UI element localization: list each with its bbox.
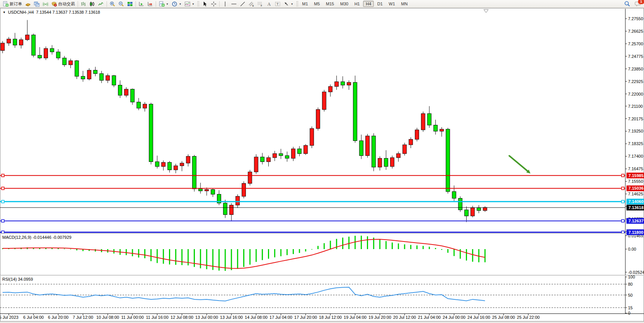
timeframe-H4-button[interactable]: H4 [363, 1, 374, 7]
candlestick-chart-button[interactable] [88, 0, 97, 8]
bear-candle [100, 74, 104, 80]
line-handle[interactable] [2, 200, 4, 203]
fibonacci-button[interactable]: F [256, 0, 265, 8]
search-button[interactable] [623, 0, 632, 8]
svg-text:10 Jul 08:00: 10 Jul 08:00 [96, 315, 119, 320]
svg-text:7.27550: 7.27550 [628, 16, 643, 21]
signal-button[interactable] [41, 0, 50, 8]
line-handle[interactable] [622, 174, 624, 177]
svg-text:7.17400: 7.17400 [628, 154, 643, 158]
chat-badge: 1 [638, 0, 644, 5]
auto-scroll-button[interactable] [137, 0, 146, 8]
toolbar-separator [219, 1, 220, 7]
cursor-icon [202, 1, 208, 7]
tile-windows-button[interactable] [126, 0, 134, 8]
bear-candle [112, 76, 116, 85]
horizontal-line-button[interactable] [230, 0, 238, 8]
svg-text:7 Jul 12:00: 7 Jul 12:00 [73, 315, 93, 320]
tile-windows-icon [127, 1, 133, 7]
chevron-down-icon: ▼ [192, 3, 194, 5]
time-axis-labels: 5 Jul 20236 Jul 04:006 Jul 20:007 Jul 12… [0, 314, 540, 320]
cursor-button[interactable] [201, 0, 209, 8]
bull-candle [44, 48, 48, 58]
svg-text:18 Jul 12:00: 18 Jul 12:00 [319, 315, 342, 320]
chart-shift-button[interactable] [146, 0, 155, 8]
bull-candle [7, 39, 11, 43]
line-chart-icon [98, 1, 104, 7]
bear-candle [279, 154, 283, 155]
line-chart-button[interactable] [97, 0, 105, 8]
toolbar-grip[interactable] [296, 1, 298, 6]
svg-text:E: E [252, 5, 254, 7]
bear-candle [446, 129, 450, 192]
chat-button[interactable]: 1 [633, 0, 643, 8]
charts-window-button[interactable] [32, 0, 41, 8]
svg-text:7.11800: 7.11800 [628, 230, 643, 235]
profiles-button[interactable]: ▼ [170, 0, 183, 8]
line-handle[interactable] [2, 219, 4, 222]
vertical-line-button[interactable] [221, 0, 230, 8]
line-handle[interactable] [622, 219, 624, 222]
timeframe-W1-button[interactable]: W1 [386, 1, 398, 7]
bull-candle [310, 128, 314, 146]
timeframe-M5-button[interactable]: M5 [311, 1, 322, 7]
svg-text:25 Jul 08:00: 25 Jul 08:00 [492, 315, 515, 320]
bull-candle [403, 145, 406, 154]
bull-candle [322, 92, 326, 109]
timeframe-M15-button[interactable]: M15 [323, 1, 336, 7]
gold-box-button[interactable] [24, 0, 32, 8]
zoom-out-button[interactable] [117, 0, 126, 8]
bear-candle [199, 189, 202, 191]
bull-candle [366, 136, 370, 156]
text-label-button[interactable]: T [273, 0, 282, 8]
timeframe-MN-button[interactable]: MN [399, 1, 410, 7]
arrows-button[interactable]: ▼ [282, 0, 295, 8]
toolbar-grip[interactable] [198, 1, 199, 6]
chart-ohlc-quotes: 7.13544 7.13637 7.13538 7.13618 [36, 10, 100, 14]
zoom-in-button[interactable] [108, 0, 117, 8]
chart-shift-marker[interactable] [484, 10, 488, 13]
timeframe-M30-button[interactable]: M30 [338, 1, 351, 7]
timeframe-H1-button[interactable]: H1 [352, 1, 362, 7]
bull-candle [124, 89, 128, 95]
chart-canvas[interactable]: 7.275507.266257.257007.247757.238507.229… [0, 0, 644, 323]
arrow-annotation[interactable] [509, 156, 528, 171]
bear-candle [223, 203, 227, 214]
bear-candle [62, 58, 66, 65]
new-chart-button[interactable]: ▼ [157, 0, 170, 8]
symbol-dropdown-icon[interactable]: ▼ [3, 11, 6, 14]
bear-candle [359, 141, 363, 155]
price-badge: 7.11800 [626, 229, 644, 235]
bar-chart-button[interactable] [79, 0, 88, 8]
autotrading-button[interactable]: 自动交易 [50, 0, 77, 8]
bull-candle [267, 158, 271, 162]
main-toolbar: 新订单 自动交易 [0, 0, 644, 8]
equidistant-channel-button[interactable]: E [247, 0, 256, 8]
bull-candle [242, 184, 246, 197]
bull-candle [483, 208, 487, 211]
profiles-clock-icon [172, 1, 177, 7]
crosshair-button[interactable] [209, 0, 218, 8]
bear-candle [168, 162, 172, 170]
trendline-button[interactable] [238, 0, 247, 8]
line-handle[interactable] [2, 187, 4, 190]
line-handle[interactable] [622, 187, 624, 190]
bear-candle [118, 85, 122, 95]
bear-candle [149, 104, 153, 162]
chart-title-bar[interactable]: ▼ USDCNH-,H4 7.13544 7.13637 7.13538 7.1… [3, 10, 100, 14]
timeframe-M1-button[interactable]: M1 [300, 1, 311, 7]
line-handle[interactable] [622, 200, 624, 203]
bull-candle [292, 149, 295, 158]
bear-candle [298, 149, 301, 154]
line-handle[interactable] [2, 174, 4, 177]
chevron-down-icon: ▼ [291, 3, 293, 5]
text-button[interactable]: A [265, 0, 273, 8]
search-icon [624, 1, 630, 7]
bear-candle [341, 82, 345, 85]
timeframe-D1-button[interactable]: D1 [375, 1, 385, 7]
bear-candle [353, 82, 357, 141]
chart-template-button[interactable]: ▼ [183, 0, 196, 8]
svg-text:7.14625: 7.14625 [628, 192, 643, 196]
new-order-button[interactable]: 新订单 [1, 0, 24, 8]
svg-text:7.15985: 7.15985 [628, 173, 644, 178]
